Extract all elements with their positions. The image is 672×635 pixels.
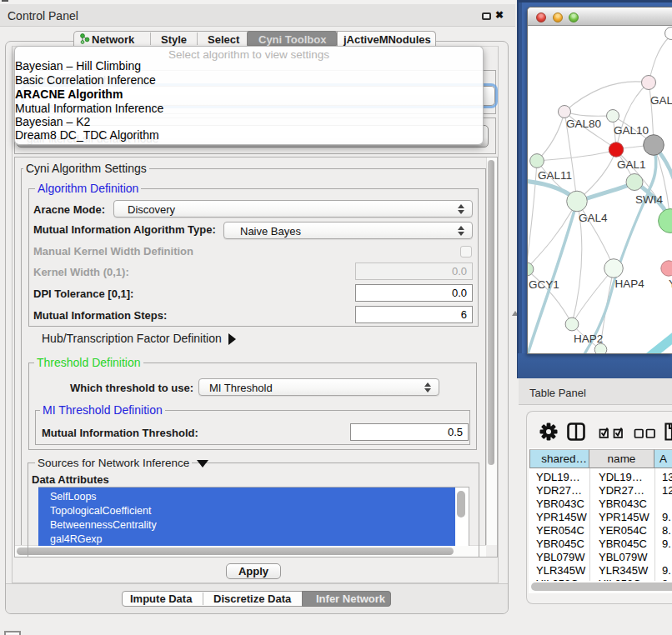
svg-text:GCY1: GCY1 [529, 278, 559, 291]
svg-text:YEL: YEL [669, 278, 672, 290]
svg-text:HAP2: HAP2 [574, 332, 603, 345]
svg-text:GAL80: GAL80 [566, 118, 601, 130]
svg-text:GAL1: GAL1 [617, 158, 646, 171]
svg-text:GAL11: GAL11 [538, 169, 572, 182]
svg-text:GAL10: GAL10 [614, 124, 649, 137]
svg-text:SWI4: SWI4 [635, 193, 663, 206]
svg-text:HAP4: HAP4 [615, 278, 645, 290]
svg-text:GAL4: GAL4 [579, 212, 608, 224]
svg-text:GAL7: GAL7 [650, 94, 672, 107]
